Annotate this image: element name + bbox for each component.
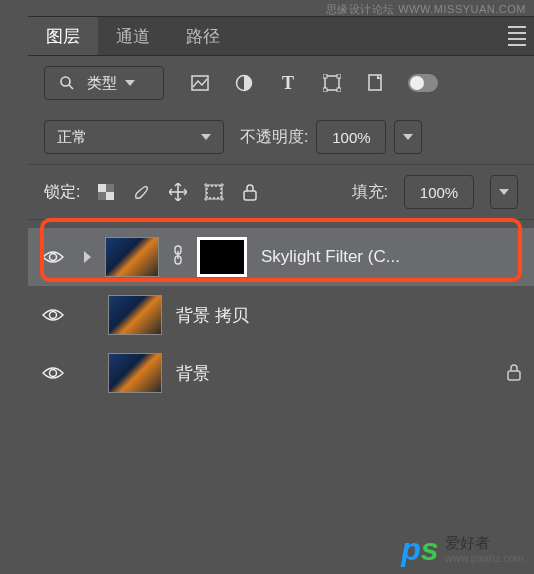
layer-thumbnail[interactable] (108, 295, 162, 335)
watermark-url: www.psahz.com (445, 552, 524, 565)
svg-rect-6 (337, 74, 341, 78)
layer-thumbnail[interactable] (108, 353, 162, 393)
filter-row: 类型 T (28, 56, 534, 110)
filter-type-select[interactable]: 类型 (44, 66, 164, 100)
link-mask-icon[interactable] (173, 245, 183, 269)
fill-value: 100% (420, 184, 458, 201)
layer-name[interactable]: Skylight Filter (C... (261, 247, 400, 267)
visibility-toggle[interactable] (40, 249, 66, 265)
svg-rect-12 (106, 184, 114, 192)
lock-all-icon[interactable] (238, 180, 262, 204)
svg-rect-13 (98, 192, 106, 200)
chevron-down-icon (125, 80, 135, 86)
chevron-down-icon (201, 134, 211, 140)
watermark-cn: 爱好者 (445, 534, 524, 552)
chevron-down-icon (499, 189, 509, 195)
blend-row: 正常 不透明度: 100% (28, 110, 534, 165)
fill-value-box[interactable]: 100% (404, 175, 474, 209)
svg-rect-21 (244, 191, 256, 200)
lock-label: 锁定: (44, 182, 80, 203)
lock-position-icon[interactable] (166, 180, 190, 204)
svg-point-26 (50, 312, 57, 319)
layer-row[interactable]: 背景 拷贝 (28, 286, 534, 344)
watermark-bottom: ps 爱好者 www.psahz.com (401, 531, 524, 568)
lock-transparency-icon[interactable] (94, 180, 118, 204)
layers-panel: 图层 通道 路径 类型 T (28, 16, 534, 402)
svg-point-27 (50, 370, 57, 377)
filter-type-label: 类型 (87, 74, 117, 93)
filter-type-icon[interactable]: T (276, 71, 300, 95)
opacity-label: 不透明度: (240, 127, 308, 148)
lock-artboard-icon[interactable] (202, 180, 226, 204)
filter-smart-icon[interactable] (364, 71, 388, 95)
fill-dropdown[interactable] (490, 175, 518, 209)
svg-rect-11 (106, 192, 114, 200)
fill-label: 填充: (352, 182, 388, 203)
search-icon (55, 71, 79, 95)
svg-point-22 (50, 254, 57, 261)
filter-shape-icon[interactable] (320, 71, 344, 95)
opacity-dropdown[interactable] (394, 120, 422, 154)
layer-thumbnail[interactable] (105, 237, 159, 277)
svg-rect-5 (323, 74, 327, 78)
layer-name[interactable]: 背景 (176, 362, 210, 385)
svg-rect-28 (508, 371, 520, 380)
svg-rect-8 (337, 88, 341, 92)
visibility-toggle[interactable] (40, 365, 66, 381)
opacity-value: 100% (332, 129, 370, 146)
filter-pixel-icon[interactable] (188, 71, 212, 95)
tab-bar: 图层 通道 路径 (28, 16, 534, 56)
svg-line-1 (69, 85, 73, 89)
layer-row[interactable]: Skylight Filter (C... (28, 228, 534, 286)
svg-rect-7 (323, 88, 327, 92)
filter-adjustment-icon[interactable] (232, 71, 256, 95)
watermark-top: 思缘设计论坛 WWW.MISSYUAN.COM (326, 2, 526, 17)
svg-rect-10 (98, 184, 106, 192)
layer-name[interactable]: 背景 拷贝 (176, 304, 249, 327)
panel-menu-button[interactable] (500, 17, 534, 55)
svg-point-0 (61, 77, 70, 86)
blend-mode-value: 正常 (57, 128, 87, 147)
filter-toggle-switch[interactable] (408, 74, 438, 92)
expand-toggle-icon[interactable] (84, 251, 91, 263)
lock-row: 锁定: 填充: 100% (28, 165, 534, 220)
tab-paths[interactable]: 路径 (168, 17, 238, 55)
opacity-value-box[interactable]: 100% (316, 120, 386, 154)
chevron-down-icon (403, 134, 413, 140)
layer-mask-thumbnail[interactable] (197, 237, 247, 277)
layer-row[interactable]: 背景 (28, 344, 534, 402)
blend-mode-select[interactable]: 正常 (44, 120, 224, 154)
tab-channels[interactable]: 通道 (98, 17, 168, 55)
svg-rect-16 (207, 186, 221, 198)
layer-list: Skylight Filter (C... 背景 拷贝 背景 (28, 220, 534, 402)
watermark-logo: ps (401, 531, 438, 568)
lock-brush-icon[interactable] (130, 180, 154, 204)
lock-indicator-icon[interactable] (506, 363, 522, 384)
tab-layers[interactable]: 图层 (28, 17, 98, 55)
visibility-toggle[interactable] (40, 307, 66, 323)
